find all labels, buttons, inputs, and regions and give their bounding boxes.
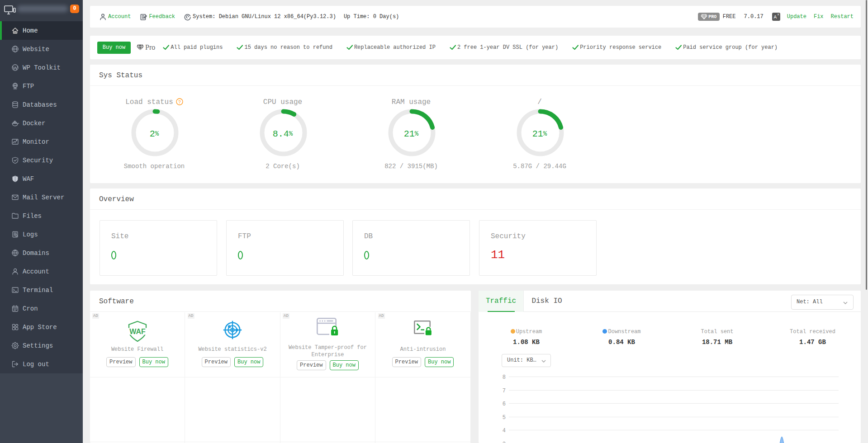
svg-text:?: ? bbox=[178, 100, 181, 105]
svg-text:WAF: WAF bbox=[129, 328, 146, 335]
